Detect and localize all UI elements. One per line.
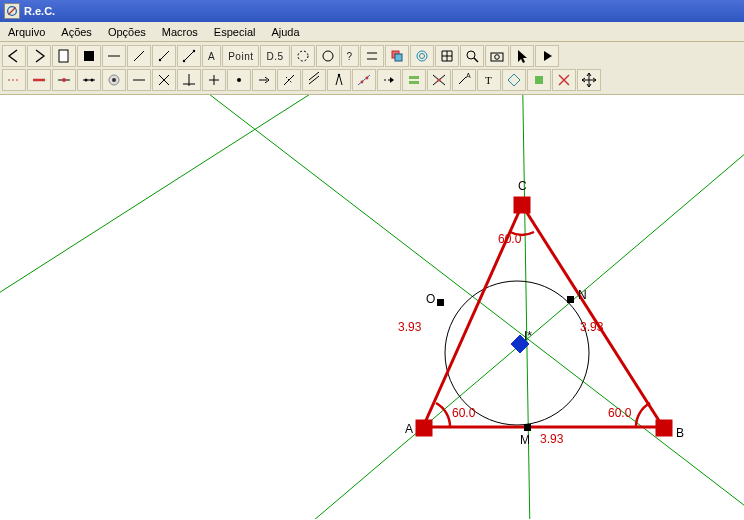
ray-icon[interactable]	[152, 45, 176, 67]
forward-icon[interactable]	[27, 45, 51, 67]
svg-rect-49	[409, 76, 419, 79]
svg-line-63	[0, 95, 340, 305]
svg-point-46	[361, 81, 364, 84]
svg-point-53	[437, 78, 440, 81]
hline-icon[interactable]	[102, 45, 126, 67]
titlebar: R.e.C.	[0, 0, 744, 22]
arrow-dash-icon[interactable]	[377, 69, 401, 91]
menubar: Arquivo Ações Opções Macros Especial Aju…	[0, 22, 744, 42]
angle-C-value: 60.0	[498, 232, 522, 246]
svg-point-47	[366, 77, 369, 80]
perp-bisector-icon[interactable]	[277, 69, 301, 91]
circle-hilite-icon[interactable]	[102, 69, 126, 91]
magnify-icon[interactable]	[460, 45, 484, 67]
drawing-canvas[interactable]: A B C M N O I* 60.0 60.0 60.0 3.93 3.93 …	[0, 95, 744, 519]
label-N: N	[578, 288, 587, 302]
pointer-icon[interactable]	[510, 45, 534, 67]
label-O: O	[426, 292, 435, 306]
variant-set-icon[interactable]	[352, 69, 376, 91]
x-red-icon[interactable]	[552, 69, 576, 91]
layers-icon[interactable]	[385, 45, 409, 67]
t-text-icon[interactable]: T	[477, 69, 501, 91]
point-tool-icon[interactable]: Point	[222, 45, 259, 67]
vertex-C	[514, 197, 530, 213]
svg-rect-1	[59, 50, 68, 62]
play-icon[interactable]	[535, 45, 559, 67]
toolbar-row-2: A T	[2, 68, 742, 92]
svg-point-21	[494, 55, 499, 60]
menu-macros[interactable]: Macros	[154, 24, 206, 40]
stack-icon[interactable]	[402, 69, 426, 91]
svg-text:T: T	[485, 74, 492, 86]
svg-line-45	[358, 75, 370, 85]
point-M	[524, 424, 531, 431]
label-I: I*	[524, 329, 532, 343]
vertex-A	[416, 420, 432, 436]
back-icon[interactable]	[2, 45, 26, 67]
svg-point-17	[419, 54, 424, 59]
svg-point-38	[237, 78, 241, 82]
concentric-icon[interactable]	[410, 45, 434, 67]
svg-line-62	[0, 95, 744, 519]
menu-acoes[interactable]: Ações	[53, 24, 100, 40]
dot-icon[interactable]	[227, 69, 251, 91]
compass-icon[interactable]	[327, 69, 351, 91]
d5-tool-icon[interactable]: D.5	[260, 45, 289, 67]
solid-square-icon[interactable]	[527, 69, 551, 91]
geometry-figure: A B C M N O I* 60.0 60.0 60.0 3.93 3.93 …	[0, 95, 744, 519]
diag-line-icon[interactable]	[127, 45, 151, 67]
svg-point-11	[323, 51, 333, 61]
svg-point-18	[467, 51, 475, 59]
seg-bold-icon[interactable]	[27, 69, 51, 91]
seg-dash-icon[interactable]	[2, 69, 26, 91]
menu-especial[interactable]: Especial	[206, 24, 264, 40]
lozenge-icon[interactable]	[502, 69, 526, 91]
parallel-tool-icon[interactable]	[302, 69, 326, 91]
svg-point-44	[338, 74, 340, 76]
window-title: R.e.C.	[24, 5, 55, 17]
grid-icon[interactable]	[435, 45, 459, 67]
line-tool-icon[interactable]	[127, 69, 151, 91]
intersect-icon[interactable]	[427, 69, 451, 91]
arrows4-icon[interactable]	[577, 69, 601, 91]
filled-rect-icon[interactable]	[77, 45, 101, 67]
camera-icon[interactable]	[485, 45, 509, 67]
point-on-icon[interactable]	[52, 69, 76, 91]
toolbar-row-1: A Point D.5 ?	[2, 44, 742, 68]
text-label-icon[interactable]: A	[202, 45, 221, 67]
midpoint-icon[interactable]	[77, 69, 101, 91]
point-N	[567, 296, 574, 303]
svg-rect-15	[395, 54, 402, 61]
svg-line-6	[160, 51, 169, 60]
menu-ajuda[interactable]: Ajuda	[263, 24, 307, 40]
svg-line-54	[459, 77, 466, 84]
svg-text:A: A	[466, 72, 471, 79]
x-lines-icon[interactable]	[152, 69, 176, 91]
to-label-icon[interactable]: A	[452, 69, 476, 91]
perpendicular-icon[interactable]	[177, 69, 201, 91]
svg-line-61	[120, 107, 744, 519]
app-icon	[4, 3, 20, 19]
dashed-circle-icon[interactable]	[291, 45, 315, 67]
side-CA-value: 3.93	[398, 320, 422, 334]
circle-icon[interactable]	[316, 45, 340, 67]
label-B: B	[676, 426, 684, 440]
plus-tool-icon[interactable]	[202, 69, 226, 91]
svg-rect-2	[84, 51, 94, 61]
svg-line-43	[309, 72, 319, 80]
help-icon[interactable]: ?	[341, 45, 359, 67]
svg-point-27	[85, 79, 88, 82]
menu-arquivo[interactable]: Arquivo	[0, 24, 53, 40]
vertex-B	[656, 420, 672, 436]
menu-opcoes[interactable]: Opções	[100, 24, 154, 40]
file-icon[interactable]	[52, 45, 76, 67]
svg-point-25	[62, 78, 66, 82]
svg-point-10	[298, 51, 308, 61]
label-C: C	[518, 179, 527, 193]
svg-line-4	[134, 51, 144, 61]
svg-line-19	[474, 58, 478, 62]
side-CB	[522, 205, 663, 427]
parallel-lines-icon[interactable]	[360, 45, 384, 67]
segment-icon[interactable]	[177, 45, 201, 67]
arrow-right-icon[interactable]	[252, 69, 276, 91]
